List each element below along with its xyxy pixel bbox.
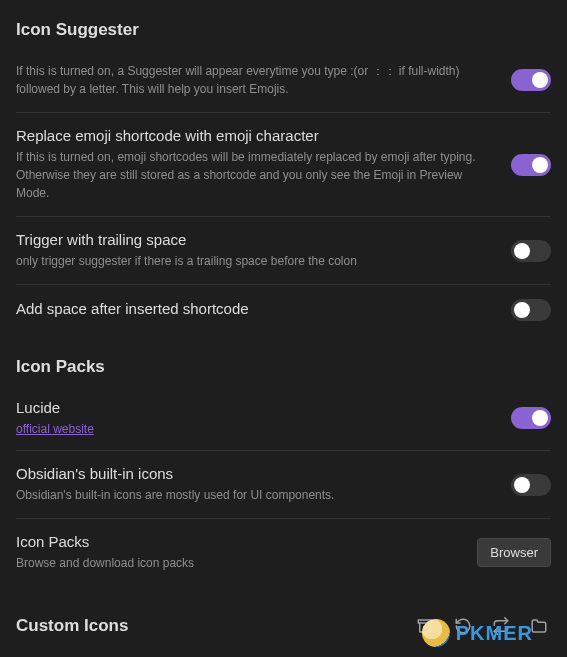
setting-name: Add space after inserted shortcode [16, 300, 497, 317]
toggle-trailing-space[interactable] [511, 240, 551, 262]
icon-suggester-heading: Icon Suggester [16, 20, 551, 40]
setting-name: Icon Packs [16, 533, 463, 550]
setting-obsidian-builtin: Obsidian's built-in icons Obsidian's bui… [16, 450, 551, 518]
browser-button[interactable]: Browser [477, 538, 551, 567]
setting-desc: If this is turned on, a Suggester will a… [16, 62, 511, 98]
toggle-lucide[interactable] [511, 407, 551, 429]
setting-browse-packs: Icon Packs Browse and download icon pack… [16, 518, 551, 586]
custom-icons-heading: Custom Icons [16, 616, 128, 636]
toggle-suggester-enable[interactable] [511, 69, 551, 91]
toggle-obsidian-builtin[interactable] [511, 474, 551, 496]
setting-suggester-enable: If this is turned on, a Suggester will a… [16, 48, 551, 112]
icon-packs-heading: Icon Packs [16, 357, 551, 377]
setting-add-icon-pack: Add new icon pack Reserved names: obs, l… [16, 646, 551, 657]
setting-name: Replace emoji shortcode with emoji chara… [16, 127, 497, 144]
archive-icon[interactable] [413, 614, 437, 638]
lucide-website-link[interactable]: official website [16, 422, 94, 436]
setting-add-space-after: Add space after inserted shortcode [16, 284, 551, 335]
setting-desc: If this is turned on, emoji shortcodes w… [16, 148, 497, 202]
setting-name: Obsidian's built-in icons [16, 465, 497, 482]
setting-desc: Obsidian's built-in icons are mostly use… [16, 486, 497, 504]
refresh-icon[interactable] [489, 614, 513, 638]
setting-replace-shortcode: Replace emoji shortcode with emoji chara… [16, 112, 551, 216]
setting-name: Trigger with trailing space [16, 231, 497, 248]
undo-icon[interactable] [451, 614, 475, 638]
toggle-add-space-after[interactable] [511, 299, 551, 321]
setting-desc: Browse and download icon packs [16, 554, 463, 572]
setting-desc: only trigger suggester if there is a tra… [16, 252, 497, 270]
setting-name: Lucide [16, 399, 497, 416]
toggle-replace-shortcode[interactable] [511, 154, 551, 176]
setting-lucide: Lucide official website [16, 385, 551, 450]
folder-icon[interactable] [527, 614, 551, 638]
setting-trailing-space: Trigger with trailing space only trigger… [16, 216, 551, 284]
